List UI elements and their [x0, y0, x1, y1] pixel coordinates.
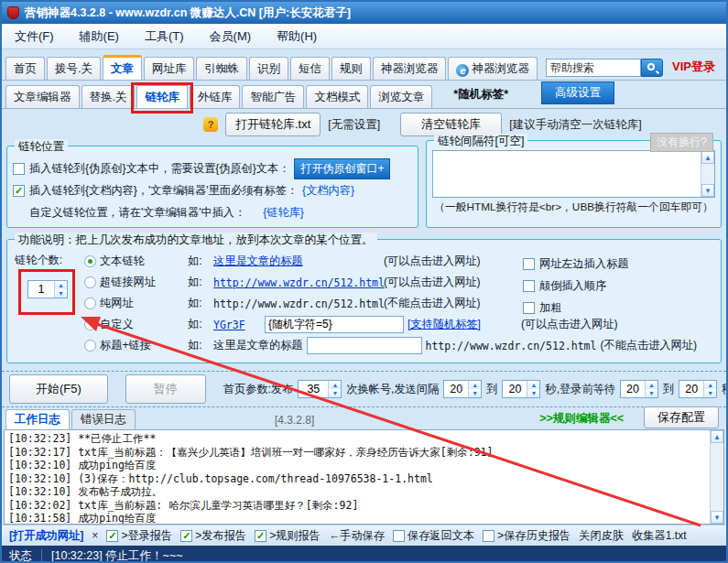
- chevron-down-icon[interactable]: ▼: [527, 389, 539, 397]
- chevron-up-icon[interactable]: ▲: [711, 430, 723, 443]
- open-pseudo-original-button[interactable]: 打开伪原创窗口+: [294, 158, 390, 179]
- chevron-down-icon[interactable]: ▼: [646, 389, 657, 397]
- menu-tools[interactable]: 工具(T): [132, 28, 197, 45]
- wheel-count-input[interactable]: [28, 281, 54, 298]
- rule-report-checkbox-item[interactable]: ✓>规则报告: [255, 528, 321, 544]
- tab-home[interactable]: 首页: [5, 57, 45, 80]
- help-search-input[interactable]: [546, 59, 641, 77]
- tab-sms[interactable]: 短信: [290, 57, 330, 80]
- interval-from-input[interactable]: [444, 381, 468, 397]
- doc-content-checkbox[interactable]: ✓: [13, 185, 25, 197]
- save-history-checkbox[interactable]: [483, 530, 494, 542]
- chevron-up-icon[interactable]: ▲: [646, 381, 657, 389]
- tab-smart-ads[interactable]: 智能广告: [242, 85, 304, 108]
- chevron-down-icon[interactable]: ▼: [701, 184, 714, 197]
- start-button[interactable]: 开始(F5): [9, 374, 108, 404]
- bottom-toolbar: [打开成功网址] × ✓>登录报告 ✓>发布报告 ✓>规则报告 ←手动保存 保存…: [2, 525, 726, 546]
- radio-text-wheel[interactable]: [84, 255, 96, 267]
- wait-from-input[interactable]: [621, 381, 645, 397]
- tab-error-log[interactable]: 错误日志: [71, 409, 136, 429]
- example-title-link[interactable]: 这里是文章的标题: [213, 254, 303, 267]
- close-skin-link[interactable]: 关闭皮肤: [579, 528, 624, 544]
- menu-assist[interactable]: 辅助(E): [67, 28, 132, 45]
- interval-to-input[interactable]: [503, 381, 527, 397]
- link-wheel-tag-link[interactable]: {链轮库}: [263, 205, 304, 221]
- advanced-settings-button[interactable]: 高级设置: [541, 81, 614, 104]
- no-newline-button[interactable]: 没有换行?: [650, 133, 713, 152]
- radio-title-link[interactable]: [84, 340, 96, 352]
- doc-content-tag-link[interactable]: {文档内容}: [302, 183, 354, 199]
- tab-browser-2[interactable]: e神器浏览器: [448, 57, 538, 80]
- menu-help[interactable]: 帮助(H): [264, 28, 330, 45]
- publish-report-checkbox-item[interactable]: ✓>发布报告: [180, 528, 246, 544]
- open-library-button[interactable]: 打开链轮库.txt: [225, 113, 321, 136]
- chevron-down-icon[interactable]: ▼: [469, 389, 481, 397]
- bold-checkbox[interactable]: [523, 302, 535, 314]
- chevron-up-icon[interactable]: ▲: [704, 381, 716, 389]
- chevron-up-icon[interactable]: ▲: [527, 381, 539, 389]
- radio-custom[interactable]: [84, 319, 96, 330]
- pause-button[interactable]: 暂停: [125, 374, 206, 404]
- rule-report-checkbox[interactable]: ✓: [255, 530, 266, 542]
- example-url-link[interactable]: http://www.wzdr.cn/512.html: [213, 276, 385, 289]
- separator-textarea[interactable]: ▲ ▼: [432, 150, 715, 198]
- tab-article-editor[interactable]: 文章编辑器: [5, 85, 80, 108]
- chevron-up-icon[interactable]: ▲: [55, 281, 67, 289]
- radio-plain-url[interactable]: [84, 298, 96, 309]
- save-history-checkbox-item[interactable]: >保存历史报告: [483, 528, 570, 544]
- chevron-up-icon[interactable]: ▲: [469, 381, 481, 389]
- help-icon[interactable]: ?: [203, 117, 218, 132]
- tab-url-library[interactable]: 网址库: [144, 57, 195, 80]
- menu-member[interactable]: 会员(M): [197, 28, 265, 45]
- tab-dial[interactable]: 拨号.关: [47, 57, 101, 80]
- tab-replace[interactable]: 替换.关: [81, 85, 136, 108]
- insert-title-left-checkbox[interactable]: [523, 258, 535, 270]
- chevron-up-icon[interactable]: ▲: [701, 151, 714, 164]
- run-controls: 开始(F5) 暂停 首页参数:发布 ▲▼ 次换帐号,发送间隔 ▲▼ 到 ▲▼ 秒…: [2, 371, 726, 407]
- tab-recognize[interactable]: 识别: [249, 57, 288, 80]
- login-report-checkbox-item[interactable]: ✓>登录报告: [106, 528, 172, 544]
- reverse-order-checkbox[interactable]: [523, 280, 535, 292]
- close-icon[interactable]: ×: [92, 529, 98, 542]
- random-tag-support-link[interactable]: [支持随机标签]: [407, 317, 481, 332]
- menu-file[interactable]: 文件(F): [2, 28, 67, 45]
- tab-work-log[interactable]: 工作日志: [5, 409, 70, 429]
- publish-report-checkbox[interactable]: ✓: [180, 530, 192, 542]
- chevron-down-icon[interactable]: ▼: [55, 289, 67, 298]
- chevron-down-icon[interactable]: ▼: [704, 389, 716, 397]
- pseudo-original-checkbox[interactable]: [13, 163, 25, 175]
- save-return-checkbox[interactable]: [393, 530, 405, 542]
- search-button[interactable]: [641, 59, 663, 77]
- tab-doc-mode[interactable]: 文档模式: [306, 85, 368, 108]
- tab-article[interactable]: 文章: [103, 55, 142, 80]
- save-return-checkbox-item[interactable]: 保存返回文本: [393, 528, 474, 544]
- radio-hyperlink-url[interactable]: [84, 276, 96, 288]
- title-link-input[interactable]: [307, 337, 422, 354]
- log-tab-bar: 工作日志 错误日志 [4.3.2.8] >>规则编辑器<< 保存配置: [2, 407, 726, 429]
- rule-editor-link[interactable]: >>规则编辑器<<: [539, 411, 624, 427]
- manual-save-label[interactable]: ←手动保存: [329, 528, 385, 544]
- log-line: [10:32:10] (3)保存：http://club.topsage.com…: [8, 472, 706, 486]
- wheel-count-label: 链轮个数:: [15, 253, 62, 268]
- chevron-down-icon[interactable]: ▼: [329, 389, 341, 397]
- tab-external-links[interactable]: 外链库: [190, 85, 241, 108]
- custom-example-link[interactable]: YGr3F: [213, 319, 261, 331]
- publish-count-input[interactable]: [299, 381, 328, 397]
- chevron-down-icon[interactable]: ▼: [711, 511, 723, 524]
- tab-spider[interactable]: 引蜘蛛: [196, 57, 247, 80]
- login-report-checkbox[interactable]: ✓: [106, 530, 118, 542]
- open-success-urls-link[interactable]: [打开成功网址]: [9, 528, 83, 544]
- tab-link-wheel-library[interactable]: 链轮库: [136, 83, 188, 108]
- custom-tag-input[interactable]: [265, 316, 404, 333]
- collector-link[interactable]: 收集器1.txt: [632, 528, 687, 544]
- log-lines: [10:32:23] **已停止工作** [10:32:17] txt库_当前标…: [5, 430, 710, 524]
- separator-scrollbar[interactable]: ▲ ▼: [701, 151, 714, 197]
- tab-rules[interactable]: 规则: [331, 57, 371, 80]
- tab-browse-articles[interactable]: 浏览文章: [370, 85, 432, 108]
- tab-browser-1[interactable]: 神器浏览器: [373, 57, 447, 80]
- wait-to-input[interactable]: [679, 381, 703, 397]
- save-config-button[interactable]: 保存配置: [644, 406, 719, 428]
- log-scrollbar[interactable]: ▲ ▼: [710, 430, 723, 524]
- chevron-up-icon[interactable]: ▲: [329, 381, 341, 389]
- vip-login-link[interactable]: VIP登录: [672, 59, 715, 75]
